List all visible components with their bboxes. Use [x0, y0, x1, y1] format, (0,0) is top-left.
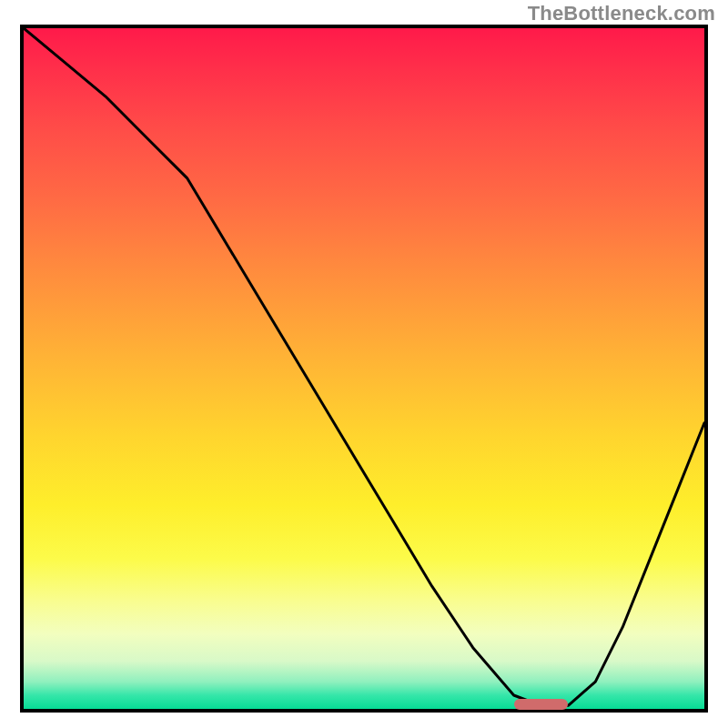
data-curve	[24, 28, 704, 709]
optimal-marker	[514, 699, 569, 710]
attribution-text: TheBottleneck.com	[528, 2, 715, 25]
plot-area	[20, 25, 708, 713]
chart-container: TheBottleneck.com	[0, 0, 728, 728]
